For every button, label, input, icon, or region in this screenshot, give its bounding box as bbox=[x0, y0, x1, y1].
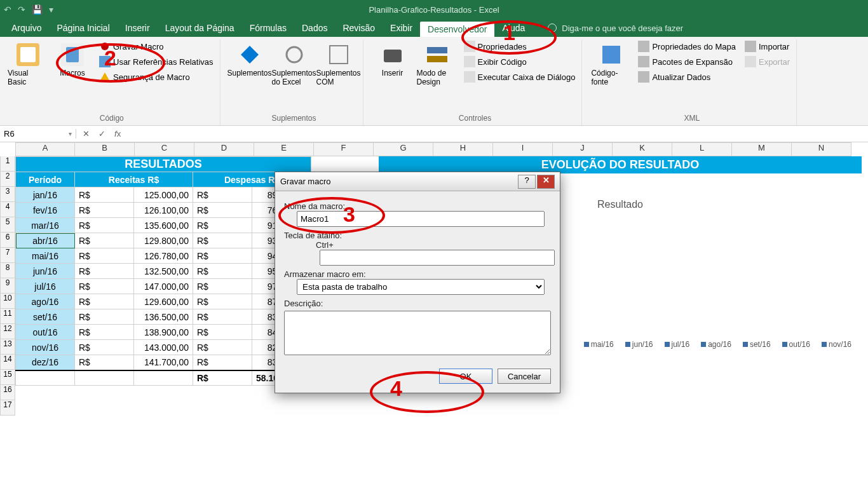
refresh-icon bbox=[638, 71, 649, 83]
package-icon bbox=[638, 56, 649, 67]
tab-formulas[interactable]: Fórmulas bbox=[242, 20, 294, 36]
tab-dados[interactable]: Dados bbox=[294, 20, 335, 36]
app-title: Planilha-Grafico-Resultados - Excel bbox=[369, 5, 499, 15]
description-label: Descrição: bbox=[284, 299, 551, 308]
tab-layout[interactable]: Layout da Página bbox=[158, 20, 242, 36]
dialog-help-button[interactable]: ? bbox=[518, 175, 536, 189]
row-headers[interactable]: 1234567891011121314151617 bbox=[0, 156, 15, 416]
record-icon bbox=[99, 41, 111, 52]
macro-security-button[interactable]: Segurança de Macro bbox=[97, 70, 216, 84]
excel-addins-button[interactable]: Suplementos do Excel bbox=[274, 39, 315, 86]
cancel-button[interactable]: Cancelar bbox=[498, 369, 551, 384]
import-button[interactable]: Importar bbox=[742, 39, 792, 53]
export-button[interactable]: Exportar bbox=[742, 55, 792, 69]
expansion-packs-button[interactable]: Pacotes de Expansão bbox=[635, 55, 738, 69]
svg-rect-15 bbox=[464, 71, 475, 83]
svg-rect-3 bbox=[66, 47, 79, 62]
tab-revisao[interactable]: Revisão bbox=[335, 20, 383, 36]
macros-button[interactable]: Macros bbox=[52, 39, 93, 78]
tab-exibir[interactable]: Exibir bbox=[383, 20, 420, 36]
run-dialog-button[interactable]: Executar Caixa de Diálogo bbox=[461, 70, 578, 84]
tab-pagina-inicial[interactable]: Página Inicial bbox=[49, 20, 117, 36]
formula-buttons: ✕ ✓ fx bbox=[76, 129, 127, 139]
source-icon bbox=[600, 43, 623, 66]
macro-name-label: Nome da macro: bbox=[284, 201, 551, 211]
design-mode-button[interactable]: Modo de Design bbox=[417, 39, 458, 86]
svg-marker-6 bbox=[100, 72, 110, 81]
grid-icon bbox=[99, 56, 111, 67]
svg-rect-1 bbox=[20, 47, 36, 62]
tab-inserir[interactable]: Inserir bbox=[118, 20, 158, 36]
tell-me[interactable]: Diga-me o que você deseja fazer bbox=[548, 24, 683, 33]
group-codigo: Visual Basic Macros Gravar Macro Usar Re… bbox=[4, 39, 220, 125]
svg-rect-13 bbox=[464, 41, 475, 52]
redo-icon[interactable]: ↷ bbox=[18, 4, 25, 15]
svg-rect-16 bbox=[602, 46, 620, 64]
svg-rect-17 bbox=[638, 41, 649, 52]
dialog-title: Gravar macro bbox=[280, 177, 330, 186]
addins-icon bbox=[238, 43, 261, 66]
record-macro-button[interactable]: Gravar Macro bbox=[97, 39, 216, 53]
macros-icon bbox=[61, 43, 84, 66]
description-input[interactable] bbox=[284, 311, 551, 355]
undo-icon[interactable]: ↶ bbox=[4, 4, 11, 15]
com-addins-button[interactable]: Suplementos COM bbox=[318, 39, 359, 86]
map-properties-button[interactable]: Propriedades do Mapa bbox=[635, 39, 738, 53]
shortcut-input[interactable] bbox=[320, 250, 555, 266]
svg-rect-18 bbox=[638, 56, 649, 67]
svg-rect-9 bbox=[330, 46, 348, 64]
tab-ajuda[interactable]: Ajuda bbox=[494, 20, 532, 36]
tab-desenvolvedor[interactable]: Desenvolvedor bbox=[420, 22, 494, 37]
svg-marker-7 bbox=[241, 46, 259, 64]
source-button[interactable]: Código-fonte bbox=[591, 39, 632, 86]
relative-refs-button[interactable]: Usar Referências Relativas bbox=[97, 55, 216, 69]
import-icon bbox=[745, 41, 756, 52]
code-icon bbox=[464, 56, 475, 67]
dialog-close-button[interactable]: ✕ bbox=[537, 175, 555, 189]
svg-rect-19 bbox=[638, 71, 649, 83]
visual-basic-button[interactable]: Visual Basic bbox=[8, 39, 48, 86]
ok-button[interactable]: OK bbox=[439, 369, 492, 384]
store-label: Armazenar macro em: bbox=[284, 269, 551, 279]
shortcut-label: Tecla de atalho: bbox=[284, 231, 551, 240]
svg-rect-5 bbox=[99, 56, 111, 67]
cancel-icon[interactable]: ✕ bbox=[83, 129, 90, 139]
name-box[interactable]: R6▾ bbox=[0, 129, 76, 139]
properties-button[interactable]: Propriedades bbox=[461, 39, 578, 53]
svg-rect-10 bbox=[384, 50, 402, 62]
group-xml: Código-fonte Propriedades do Mapa Pacote… bbox=[587, 39, 797, 125]
dialog-icon bbox=[464, 71, 475, 83]
svg-rect-12 bbox=[427, 56, 447, 62]
title-bar: ↶ ↷ 💾 ▾ Planilha-Grafico-Resultados - Ex… bbox=[0, 0, 868, 19]
qat-more-icon[interactable]: ▾ bbox=[49, 4, 53, 15]
svg-rect-20 bbox=[745, 41, 756, 52]
tab-arquivo[interactable]: Arquivo bbox=[4, 20, 49, 36]
group-suplementos: Suplementos Suplementos do Excel Supleme… bbox=[226, 39, 363, 125]
results-table: RESULTADOS Período Receitas R$ Despesas … bbox=[15, 156, 311, 386]
save-icon[interactable]: 💾 bbox=[32, 4, 43, 15]
fx-icon[interactable]: fx bbox=[114, 129, 121, 139]
properties-icon bbox=[464, 41, 475, 52]
record-macro-dialog: Gravar macro ? ✕ Nome da macro: Tecla de… bbox=[275, 172, 560, 393]
enter-icon[interactable]: ✓ bbox=[98, 129, 105, 139]
com-icon bbox=[327, 43, 350, 66]
toolbox-icon bbox=[381, 43, 404, 66]
store-select[interactable]: Esta pasta de trabalho bbox=[297, 279, 545, 295]
insert-control-button[interactable]: Inserir bbox=[372, 39, 413, 78]
addins-button[interactable]: Suplementos bbox=[229, 39, 270, 78]
refresh-data-button[interactable]: Atualizar Dados bbox=[635, 70, 738, 84]
view-code-button[interactable]: Exibir Código bbox=[461, 55, 578, 69]
macro-name-input[interactable] bbox=[297, 211, 545, 227]
ruler-icon bbox=[426, 43, 449, 66]
column-headers[interactable]: ABCDEFGHIJKLMN bbox=[15, 142, 868, 156]
visual-basic-icon bbox=[17, 43, 39, 66]
ribbon: Visual Basic Macros Gravar Macro Usar Re… bbox=[0, 37, 868, 126]
bulb-icon bbox=[548, 24, 557, 32]
chevron-down-icon[interactable]: ▾ bbox=[69, 130, 72, 137]
gear-icon bbox=[283, 43, 306, 66]
warning-icon bbox=[99, 71, 111, 83]
svg-rect-14 bbox=[464, 56, 475, 67]
dialog-titlebar[interactable]: Gravar macro ? ✕ bbox=[275, 172, 560, 191]
svg-point-8 bbox=[287, 47, 302, 62]
quick-access-toolbar: ↶ ↷ 💾 ▾ bbox=[4, 4, 53, 15]
